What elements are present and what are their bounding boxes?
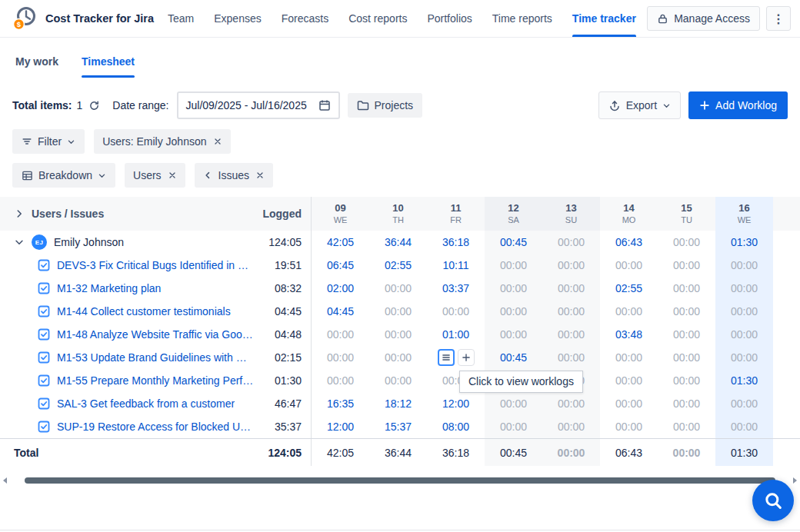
worklog-value[interactable]: 01:30 — [731, 447, 758, 459]
issue-link[interactable]: M1-55 Prepare Monthly Marketing Performa… — [57, 374, 254, 387]
worklog-cell[interactable]: 00:00 — [715, 277, 773, 300]
worklog-cell[interactable]: 00:00 — [542, 231, 600, 254]
nav-item-cost-reports[interactable]: Cost reports — [348, 0, 407, 37]
worklog-value[interactable]: 15:37 — [385, 421, 412, 433]
filter-chip-users-emily-johnson[interactable]: Users: Emily Johnson — [94, 129, 230, 154]
worklog-cell[interactable]: 00:00 — [715, 346, 773, 369]
worklog-cell[interactable]: 00:00 — [658, 323, 715, 346]
worklog-value[interactable]: 12:00 — [327, 421, 354, 433]
worklog-cell[interactable]: 00:00 — [715, 323, 773, 346]
worklog-cell[interactable]: 00:00 — [312, 323, 369, 346]
worklog-cell[interactable]: 00:00 — [485, 254, 542, 277]
worklog-cell[interactable]: 00:00 — [312, 346, 369, 369]
worklog-cell[interactable]: 00:00 — [542, 254, 600, 277]
breakdown-button[interactable]: Breakdown — [12, 163, 115, 188]
close-icon[interactable] — [168, 171, 177, 180]
worklog-cell[interactable]: 16:35 — [312, 392, 369, 415]
worklog-cell[interactable]: 00:00 — [600, 369, 658, 392]
calendar-icon[interactable] — [318, 99, 331, 111]
worklog-value[interactable]: 42:05 — [327, 236, 354, 248]
nav-item-team[interactable]: Team — [168, 0, 194, 37]
worklog-value[interactable]: 03:48 — [615, 328, 642, 341]
worklog-cell[interactable]: 00:00 — [485, 323, 542, 346]
worklog-value[interactable]: 02:00 — [327, 282, 354, 294]
export-button[interactable]: Export — [598, 91, 681, 119]
date-range-input[interactable]: Jul/09/2025 - Jul/16/2025 — [177, 91, 340, 119]
worklog-value[interactable]: 00:45 — [500, 447, 527, 459]
nav-item-portfolios[interactable]: Portfolios — [427, 0, 472, 37]
worklog-cell[interactable]: 00:00 — [542, 439, 600, 466]
worklog-cell[interactable]: 00:00 — [312, 369, 369, 392]
worklog-cell[interactable]: 02:55 — [369, 254, 427, 277]
worklog-cell[interactable]: 36:18 — [427, 231, 485, 254]
worklog-cell[interactable]: 00:00 — [715, 254, 773, 277]
worklog-value[interactable]: 06:43 — [615, 447, 642, 459]
worklog-value[interactable]: 12:00 — [442, 397, 469, 410]
worklog-cell[interactable]: 00:00 — [369, 300, 427, 323]
worklog-cell[interactable]: 00:00 — [369, 346, 427, 369]
nav-item-forecasts[interactable]: Forecasts — [282, 0, 328, 37]
worklog-cell[interactable]: 00:00 — [600, 346, 658, 369]
worklog-cell[interactable]: 00:00 — [542, 346, 600, 369]
worklog-cell[interactable]: 36:44 — [369, 439, 427, 466]
worklog-cell[interactable]: 00:00 — [715, 392, 773, 415]
worklog-value[interactable]: 00:45 — [500, 236, 527, 248]
add-worklog-button[interactable]: Add Worklog — [688, 91, 788, 119]
worklog-value[interactable]: 36:44 — [385, 447, 412, 459]
scroll-right-arrow-icon[interactable] — [791, 477, 798, 484]
worklog-cell[interactable]: 18:12 — [369, 392, 427, 415]
issue-link[interactable]: SUP-19 Restore Access for Blocked User — [57, 421, 254, 433]
worklog-value[interactable]: 36:18 — [442, 236, 469, 248]
worklog-value[interactable]: 18:12 — [385, 397, 412, 410]
chevron-right-icon[interactable] — [14, 208, 25, 219]
nav-item-time-tracker[interactable]: Time tracker — [572, 0, 636, 37]
worklog-cell[interactable]: 36:44 — [369, 231, 427, 254]
manage-access-button[interactable]: Manage Access — [647, 6, 760, 31]
chevron-down-icon[interactable] — [14, 237, 25, 248]
worklog-cell[interactable]: 10:11 — [427, 254, 485, 277]
worklog-cell[interactable]: 08:00 — [427, 415, 485, 438]
worklog-cell[interactable]: 00:00 — [658, 415, 715, 438]
projects-button[interactable]: Projects — [348, 93, 423, 118]
worklog-cell[interactable]: 00:00 — [658, 277, 715, 300]
worklog-cell[interactable]: 00:00 — [600, 392, 658, 415]
worklog-cell[interactable]: 00:00 — [658, 392, 715, 415]
worklog-cell[interactable]: 00:00 — [542, 277, 600, 300]
worklog-cell[interactable] — [427, 346, 485, 369]
worklog-cell[interactable]: 04:45 — [312, 300, 369, 323]
worklog-value[interactable]: 42:05 — [327, 447, 354, 459]
worklog-cell[interactable]: 00:00 — [485, 392, 542, 415]
worklog-value[interactable]: 00:45 — [500, 351, 527, 364]
worklog-cell[interactable]: 02:00 — [312, 277, 369, 300]
nav-item-time-reports[interactable]: Time reports — [492, 0, 552, 37]
worklog-cell[interactable]: 00:45 — [485, 231, 542, 254]
worklog-cell[interactable]: 15:37 — [369, 415, 427, 438]
issue-link[interactable]: M1-44 Collect customer testimonials — [57, 305, 231, 318]
worklog-value[interactable]: 01:00 — [442, 328, 469, 341]
breakdown-chip-users[interactable]: Users — [125, 163, 185, 188]
worklog-cell[interactable]: 12:00 — [427, 392, 485, 415]
worklog-value[interactable]: 36:18 — [442, 447, 469, 459]
worklog-value[interactable]: 01:30 — [731, 236, 758, 248]
worklog-cell[interactable]: 01:30 — [715, 439, 773, 466]
worklog-value[interactable]: 08:00 — [442, 421, 469, 433]
worklog-cell[interactable]: 00:00 — [658, 439, 715, 466]
worklog-cell[interactable]: 36:18 — [427, 439, 485, 466]
tab-my-work[interactable]: My work — [15, 55, 58, 78]
issue-link[interactable]: M1-48 Analyze Website Traffic via Google… — [57, 328, 254, 341]
worklog-cell[interactable]: 03:37 — [427, 277, 485, 300]
add-worklog-cell-button[interactable] — [458, 349, 475, 366]
worklog-cell[interactable]: 12:00 — [312, 415, 369, 438]
worklog-cell[interactable]: 00:00 — [658, 300, 715, 323]
worklog-value[interactable]: 02:55 — [385, 259, 412, 271]
worklog-value[interactable]: 16:35 — [327, 397, 354, 410]
worklog-cell[interactable]: 00:00 — [542, 300, 600, 323]
worklog-cell[interactable]: 00:00 — [658, 254, 715, 277]
breakdown-chip-issues[interactable]: Issues — [195, 163, 273, 188]
close-icon[interactable] — [255, 171, 265, 180]
worklog-cell[interactable]: 02:55 — [600, 277, 658, 300]
worklog-cell[interactable]: 00:00 — [485, 415, 542, 438]
help-button[interactable] — [752, 480, 794, 521]
nav-item-expenses[interactable]: Expenses — [214, 0, 261, 37]
worklog-cell[interactable]: 00:00 — [485, 277, 542, 300]
